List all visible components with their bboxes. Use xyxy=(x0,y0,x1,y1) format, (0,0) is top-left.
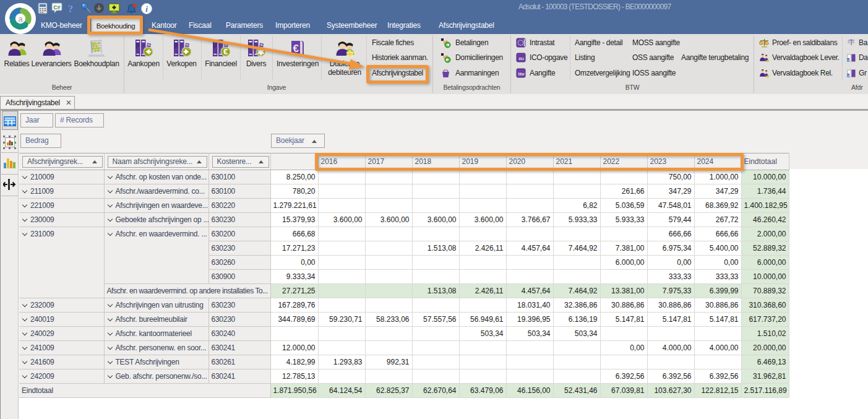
svg-text:i: i xyxy=(145,4,148,14)
svg-text:€: € xyxy=(223,47,228,56)
svg-text:C#: C# xyxy=(54,4,61,11)
svg-text:btw: btw xyxy=(518,72,525,76)
svg-text:?: ? xyxy=(68,3,74,15)
svg-text:a: a xyxy=(18,14,23,24)
svg-text:eu: eu xyxy=(518,56,523,61)
svg-text:✱: ✱ xyxy=(346,49,353,58)
svg-text:✱: ✱ xyxy=(257,47,265,57)
svg-text:€: € xyxy=(293,43,299,54)
